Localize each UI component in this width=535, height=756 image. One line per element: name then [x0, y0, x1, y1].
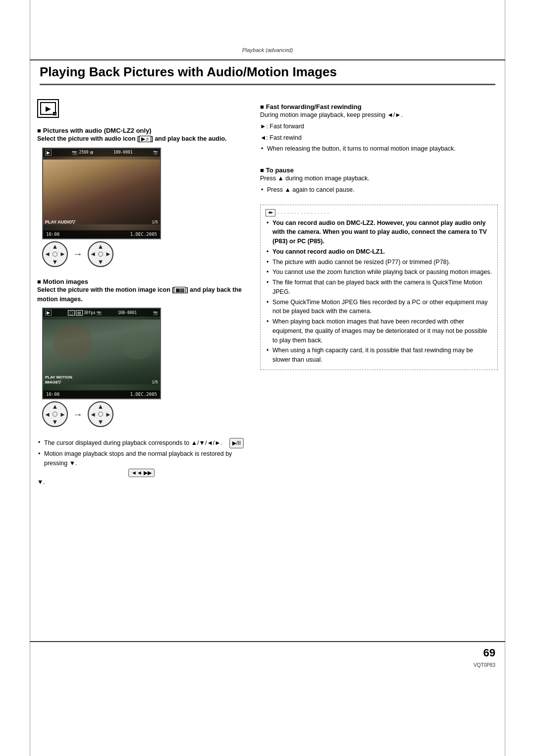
audio-playback-icon: ▶ ♬	[37, 99, 59, 118]
pause-line1: Press ▲ during motion image playback.	[260, 174, 498, 183]
page-title: Playing Back Pictures with Audio/Motion …	[40, 64, 495, 85]
motion-camera-screen: ▶ ▢ ▤ 30fps 📷 100-0001 📷	[42, 308, 161, 399]
audio-nav-circle-right[interactable]: ▲ ◄► ▼	[88, 241, 113, 267]
audio-camera-screen: ▶ 📷 2560 100-0001 📷	[42, 148, 161, 239]
ff-item-2: ◄: Fast rewind	[260, 133, 498, 143]
content-area: ▶ ♬ Pictures with audio (DMC-LZ2 only) S…	[37, 99, 498, 637]
motion-nav-buttons: ▲ ◄► ▼ → ▲ ◄► ▼	[42, 401, 245, 427]
audio-nav-buttons: ▲ ◄► ▼ → ▲ ◄► ▼	[42, 241, 245, 267]
cursor-note: The cursor displayed during playback cor…	[37, 438, 245, 448]
note-item-6: Some QuickTime Motion JPEG files recorde…	[266, 298, 492, 317]
arrow-right-icon: →	[73, 248, 83, 260]
note-item-3: The picture with audio cannot be resized…	[266, 258, 492, 267]
down-v-note: ▼.	[37, 479, 245, 486]
ff-rw-icon: ◄◄ ▶▶	[128, 469, 155, 477]
ff-notes: When releasing the button, it turns to n…	[260, 144, 498, 154]
pause-notes: Press ▲ again to cancel pause.	[260, 185, 498, 195]
left-notes: The cursor displayed during playback cor…	[37, 438, 245, 486]
note-item-4: You cannot use the zoom function while p…	[266, 268, 492, 277]
pause-cancel-note: Press ▲ again to cancel pause.	[260, 185, 498, 195]
audio-section: Pictures with audio (DMC-LZ2 only) Selec…	[37, 127, 245, 267]
motion-section-header: Motion images	[37, 278, 245, 285]
right-column: Fast forwarding/Fast rewinding During mo…	[260, 99, 498, 637]
audio-screen-bg: ▶ 📷 2560 100-0001 📷	[43, 149, 160, 238]
motion-screen-bg: ▶ ▢ ▤ 30fps 📷 100-0001 📷	[43, 309, 160, 398]
note-item-8: When using a high capacity card, it is p…	[266, 346, 492, 365]
audio-section-header: Pictures with audio (DMC-LZ2 only)	[37, 127, 245, 134]
note-item-1: You can record audio on DMC-LZ2. However…	[266, 218, 492, 246]
note-box: ✏ - - - - - - - - - - - - - - - - You ca…	[260, 205, 498, 370]
down-arrow-note: ◄◄ ▶▶	[44, 469, 245, 477]
motion-body-text: Select the picture with the motion image…	[37, 285, 245, 304]
fast-forward-header: Fast forwarding/Fast rewinding	[260, 103, 498, 110]
motion-stop-note: Motion image playback stops and the norm…	[37, 449, 245, 468]
note-item-7: When playing back motion images that hav…	[266, 317, 492, 345]
left-border	[30, 0, 30, 756]
note-icon: ✏	[266, 209, 275, 216]
arrow-right-icon-2: →	[73, 409, 83, 420]
left-column: ▶ ♬ Pictures with audio (DMC-LZ2 only) S…	[37, 99, 245, 637]
ff-release-note: When releasing the button, it turns to n…	[260, 144, 498, 154]
note-list: You can record audio on DMC-LZ2. However…	[266, 218, 492, 365]
motion-section: Motion images Select the picture with th…	[37, 278, 245, 428]
ff-intro: During motion image playback, keep press…	[260, 110, 498, 120]
page-subtitle: Playback (advanced)	[242, 47, 293, 53]
left-bullet-list: The cursor displayed during playback cor…	[37, 438, 245, 468]
pause-header: To pause	[260, 166, 498, 174]
audio-nav-circle-left[interactable]: ▲ ◄► ▼	[42, 241, 68, 267]
ff-item-1: ►: Fast forward	[260, 122, 498, 131]
playback-ctrl-icon: ▶/II	[229, 438, 244, 448]
product-code: VQT0P83	[474, 662, 495, 668]
motion-nav-circle-right[interactable]: ▲ ◄► ▼	[88, 401, 113, 427]
page-number: 69	[483, 647, 495, 659]
note-item-2: You cannot record audio on DMC-LZ1.	[266, 247, 492, 257]
fast-forward-section: Fast forwarding/Fast rewinding During mo…	[260, 99, 498, 155]
motion-nav-circle-left[interactable]: ▲ ◄► ▼	[42, 401, 68, 427]
pause-section: To pause Press ▲ during motion image pla…	[260, 162, 498, 196]
note-item-5: The file format that can be played back …	[266, 278, 492, 297]
right-border	[505, 0, 505, 756]
audio-body-text: Select the picture with audio icon [▶♬] …	[37, 134, 245, 144]
top-rule	[30, 59, 505, 60]
page-container: Playback (advanced) Playing Back Picture…	[0, 0, 535, 756]
bottom-rule	[30, 641, 505, 642]
